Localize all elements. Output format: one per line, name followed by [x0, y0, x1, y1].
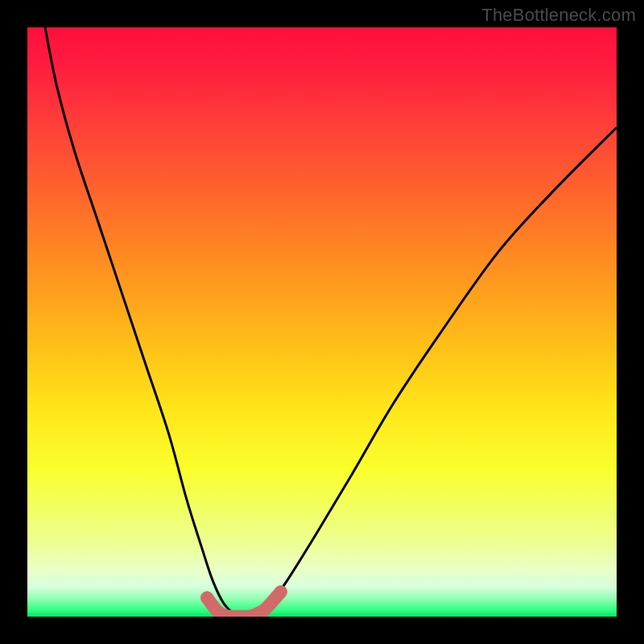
chart-frame: TheBottleneck.com — [0, 0, 644, 644]
optimal-band-markers — [200, 585, 287, 617]
bottleneck-curve — [27, 27, 617, 617]
optimal-marker-outlier — [275, 586, 287, 597]
watermark-text: TheBottleneck.com — [481, 5, 636, 26]
curve-path — [45, 27, 617, 617]
plot-area — [27, 27, 617, 617]
optimal-marker-dot — [200, 592, 213, 605]
